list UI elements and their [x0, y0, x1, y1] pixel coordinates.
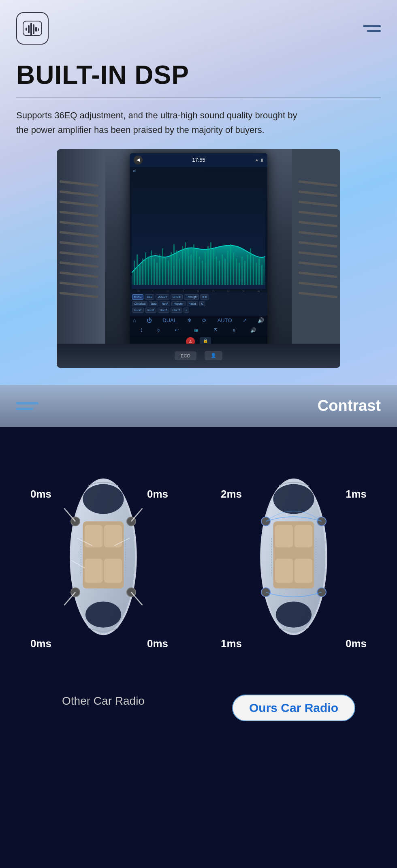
- svg-rect-1: [26, 28, 27, 31]
- svg-rect-36: [142, 259, 143, 285]
- svg-point-99: [273, 484, 314, 514]
- svg-rect-67: [230, 244, 231, 285]
- contrast-header: Contrast: [0, 385, 397, 427]
- svg-rect-35: [139, 265, 141, 285]
- hamburger-menu-button[interactable]: [363, 25, 381, 32]
- battery-icon: ▮: [261, 158, 263, 162]
- signal-icon: ▲: [255, 158, 259, 162]
- svg-rect-37: [145, 252, 146, 285]
- user3-btn[interactable]: User3: [158, 308, 169, 313]
- svg-point-82: [85, 601, 121, 627]
- user5-btn[interactable]: User5: [171, 308, 182, 313]
- eco-button[interactable]: ECO: [175, 351, 196, 360]
- screen-time: 17:55: [192, 157, 205, 163]
- srs-preset[interactable]: SRS⊕: [171, 294, 183, 300]
- add-user-btn[interactable]: +: [184, 308, 189, 313]
- page-title: BUILT-IN DSP: [16, 61, 381, 89]
- svg-point-107: [317, 517, 326, 526]
- svg-rect-75: [253, 257, 254, 285]
- nav-arrow-icon: ↗: [243, 317, 247, 323]
- vent-left-svg: [57, 149, 105, 368]
- dsp-screen: ◀ 17:55 ▲ ▮ 20: [130, 153, 267, 348]
- other-car-display: 0ms 0ms 0ms 0ms: [26, 451, 180, 686]
- dashboard-background: ◀ 17:55 ▲ ▮ 20: [57, 149, 340, 368]
- svg-rect-65: [224, 259, 226, 285]
- popular-mode[interactable]: Popular: [171, 301, 185, 306]
- snowflake-icon[interactable]: ❄: [187, 317, 192, 323]
- physical-controls: ECO 👤: [57, 344, 340, 368]
- vol-right-icon[interactable]: 🔊: [250, 327, 256, 333]
- svg-rect-45: [168, 261, 169, 285]
- svg-rect-105: [295, 559, 312, 583]
- vent-right: [292, 149, 340, 368]
- ours-car-display: 2ms 1ms 1ms 0ms: [217, 451, 371, 686]
- ours-car-label: Ours Car Radio: [232, 695, 355, 721]
- svg-rect-60: [210, 242, 211, 285]
- svg-rect-86: [85, 559, 102, 583]
- svg-rect-73: [247, 254, 248, 285]
- ours-car-item: 2ms 1ms 1ms 0ms: [205, 451, 383, 721]
- prev-icon[interactable]: ⟨: [141, 328, 142, 332]
- svg-rect-87: [104, 559, 122, 583]
- classical-mode[interactable]: Classical: [132, 301, 147, 306]
- svg-rect-51: [185, 242, 186, 285]
- svg-rect-39: [151, 250, 152, 285]
- svg-rect-56: [199, 257, 200, 285]
- svg-rect-61: [213, 248, 214, 285]
- jazz-mode[interactable]: Jazz: [149, 301, 158, 306]
- title-divider: [16, 97, 381, 98]
- svg-rect-46: [171, 252, 172, 285]
- reset-mode[interactable]: Reset: [187, 301, 198, 306]
- other-car-label: Other Car Radio: [62, 695, 145, 708]
- user-row: User1 User2 User3 User5 +: [132, 308, 265, 313]
- u-mode[interactable]: U: [199, 301, 205, 306]
- mode-row: Classical Jazz Rock Popular Reset U: [132, 301, 265, 306]
- eq-scale: 20: [133, 170, 136, 172]
- eq-controls: eRKS BBB DOLBY SRS⊕ Through ⊕⊕ Classical…: [130, 293, 267, 316]
- svg-rect-76: [256, 263, 257, 285]
- contrast-section: Contrast 0ms 0ms 0ms 0ms: [0, 385, 397, 868]
- through-preset[interactable]: Through: [184, 294, 198, 300]
- dolby-preset[interactable]: DOLBY: [156, 294, 169, 300]
- eq-display-area: 20: [132, 168, 265, 289]
- svg-rect-52: [188, 248, 189, 285]
- screen-bottom-controls: ⟨ 0 ↩ ≋ ⇱ 0 🔊: [130, 325, 267, 336]
- bbb-preset[interactable]: BBB: [145, 294, 154, 300]
- erks-preset[interactable]: eRKS: [132, 294, 143, 300]
- screen-back-button[interactable]: ◀: [134, 156, 143, 165]
- screen-content: ◀ 17:55 ▲ ▮ 20: [130, 153, 267, 348]
- screen-status-icons: ▲ ▮: [255, 158, 263, 162]
- svg-rect-41: [156, 263, 158, 285]
- other-car-item: 0ms 0ms 0ms 0ms: [14, 451, 192, 708]
- hero-section: BUILT-IN DSP Supports 36EQ adjustment, a…: [0, 0, 397, 385]
- svg-point-109: [317, 588, 326, 596]
- power-icon[interactable]: ⏻: [147, 317, 152, 323]
- user2-btn[interactable]: User2: [145, 308, 157, 313]
- svg-rect-85: [104, 525, 122, 547]
- svg-rect-47: [173, 244, 175, 285]
- person-button[interactable]: 👤: [205, 351, 222, 360]
- svg-rect-78: [261, 265, 263, 285]
- brand-logo: [16, 12, 49, 45]
- svg-rect-44: [165, 257, 166, 285]
- svg-rect-43: [162, 248, 163, 285]
- user1-btn[interactable]: User1: [132, 308, 144, 313]
- svg-rect-104: [275, 559, 293, 583]
- svg-rect-40: [154, 259, 155, 285]
- home-icon[interactable]: ⌂: [133, 317, 136, 323]
- svg-rect-70: [239, 263, 240, 285]
- svg-rect-6: [38, 28, 39, 31]
- other-car-svg: [47, 464, 160, 650]
- svg-point-106: [261, 517, 270, 526]
- volume-icon[interactable]: 🔊: [258, 317, 264, 323]
- svg-rect-64: [222, 254, 223, 285]
- svg-rect-54: [193, 244, 194, 285]
- menu-line-2: [367, 30, 381, 32]
- svg-rect-103: [295, 525, 312, 547]
- rock-mode[interactable]: Rock: [160, 301, 170, 306]
- svg-rect-63: [219, 261, 220, 285]
- svg-rect-48: [176, 250, 177, 285]
- extra-preset[interactable]: ⊕⊕: [200, 294, 209, 300]
- contrast-title: Contrast: [318, 397, 381, 415]
- svg-rect-66: [227, 250, 228, 285]
